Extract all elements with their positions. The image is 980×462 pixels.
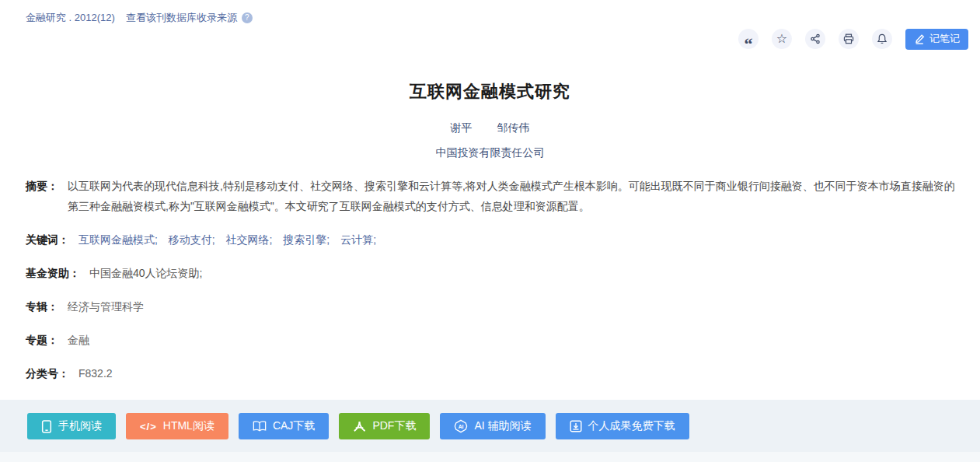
journal-issue-link[interactable]: 金融研究 . 2012(12) xyxy=(26,11,115,25)
fund-label: 基金资助： xyxy=(26,263,80,283)
svg-text:AI: AI xyxy=(459,424,464,429)
pdf-download-button[interactable]: PDF下载 xyxy=(339,413,430,439)
clc-value: F832.2 xyxy=(78,363,113,383)
print-button[interactable] xyxy=(839,29,859,49)
abstract-text: 以互联网为代表的现代信息科技,特别是移动支付、社交网络、搜索引擎和云计算等,将对… xyxy=(68,176,961,216)
pencil-icon xyxy=(914,33,925,44)
take-notes-label: 记笔记 xyxy=(929,32,960,46)
fund-link[interactable]: 中国金融40人论坛资助; xyxy=(89,263,202,283)
authors-row: 谢平 邹传伟 xyxy=(0,121,980,135)
affiliation-link[interactable]: 中国投资有限责任公司 xyxy=(436,146,545,159)
code-icon: </> xyxy=(140,421,157,432)
favorite-button[interactable]: ☆ xyxy=(772,29,792,49)
personal-free-download-label: 个人成果免费下载 xyxy=(588,419,675,433)
keyword-link[interactable]: 社交网络; xyxy=(226,233,273,246)
share-icon xyxy=(810,33,821,44)
article-meta: 摘要： 以互联网为代表的现代信息科技,特别是移动支付、社交网络、搜索引擎和云计算… xyxy=(0,176,980,383)
keywords-list: 互联网金融模式; 移动支付; 社交网络; 搜索引擎; 云计算; xyxy=(78,229,384,250)
journal-source-link[interactable]: 查看该刊数据库收录来源 xyxy=(126,11,237,25)
keywords-label: 关键词： xyxy=(26,229,69,250)
bell-icon xyxy=(877,33,888,44)
html-read-label: HTML阅读 xyxy=(163,419,214,433)
page-title: 互联网金融模式研究 xyxy=(0,80,980,103)
topic-row: 专题： 金融 xyxy=(26,330,961,350)
mobile-read-label: 手机阅读 xyxy=(58,419,102,433)
album-label: 专辑： xyxy=(26,296,58,317)
keyword-link[interactable]: 互联网金融模式; xyxy=(78,233,158,246)
keyword-link[interactable]: 搜索引擎; xyxy=(283,233,330,246)
phone-icon xyxy=(41,420,52,433)
print-icon xyxy=(843,33,854,44)
ai-read-label: AI 辅助阅读 xyxy=(474,419,531,433)
caj-download-label: CAJ下载 xyxy=(273,419,315,433)
breadcrumb: 金融研究 . 2012(12) 查看该刊数据库收录来源 ? xyxy=(0,0,980,25)
help-icon[interactable]: ? xyxy=(242,12,253,23)
keywords-row: 关键词： 互联网金融模式; 移动支付; 社交网络; 搜索引擎; 云计算; xyxy=(26,229,961,250)
alert-button[interactable] xyxy=(872,29,892,49)
download-box-icon xyxy=(570,420,582,432)
topic-value: 金融 xyxy=(68,330,89,350)
quote-icon: “ xyxy=(745,40,753,48)
star-icon: ☆ xyxy=(776,33,787,45)
share-button[interactable] xyxy=(805,29,825,49)
ai-read-button[interactable]: AI AI 辅助阅读 xyxy=(440,413,545,439)
author-link[interactable]: 谢平 xyxy=(451,121,473,134)
album-row: 专辑： 经济与管理科学 xyxy=(26,296,961,317)
author-link[interactable]: 邹传伟 xyxy=(497,121,529,134)
abstract-label: 摘要： xyxy=(26,176,58,196)
pdf-download-label: PDF下载 xyxy=(372,419,416,433)
book-icon xyxy=(253,420,267,432)
article-stats: 下载: 190055 页码: 11-22 页数: 12 大小: 648K xyxy=(0,452,980,462)
download-toolbar: 手机阅读 </> HTML阅读 CAJ下载 PDF下载 AI AI 辅助阅读 xyxy=(0,400,980,452)
take-notes-button[interactable]: 记笔记 xyxy=(905,29,968,50)
clc-row: 分类号： F832.2 xyxy=(26,363,961,383)
keyword-link[interactable]: 移动支付; xyxy=(169,233,215,246)
pdf-icon xyxy=(353,420,366,432)
topic-label: 专题： xyxy=(26,330,58,350)
mobile-read-button[interactable]: 手机阅读 xyxy=(27,413,116,439)
clc-label: 分类号： xyxy=(26,363,69,383)
html-read-button[interactable]: </> HTML阅读 xyxy=(126,413,228,439)
ai-hexagon-icon: AI xyxy=(454,419,468,433)
album-value: 经济与管理科学 xyxy=(68,296,144,317)
personal-free-download-button[interactable]: 个人成果免费下载 xyxy=(556,413,689,439)
abstract-row: 摘要： 以互联网为代表的现代信息科技,特别是移动支付、社交网络、搜索引擎和云计算… xyxy=(26,176,961,216)
caj-download-button[interactable]: CAJ下载 xyxy=(239,413,329,439)
article-action-row: “ ☆ 记笔记 xyxy=(0,25,980,50)
affiliation-row: 中国投资有限责任公司 xyxy=(0,146,980,160)
quote-button[interactable]: “ xyxy=(738,29,759,49)
keyword-link[interactable]: 云计算; xyxy=(340,233,376,246)
fund-row: 基金资助： 中国金融40人论坛资助; xyxy=(26,263,961,283)
